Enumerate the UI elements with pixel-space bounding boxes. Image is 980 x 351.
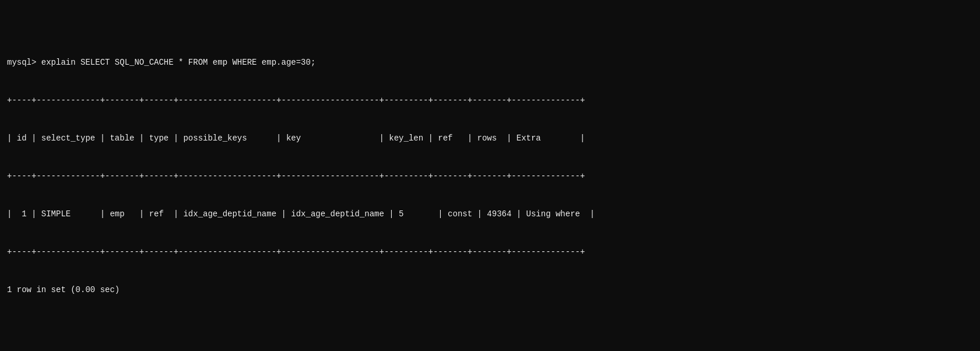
command-1: mysql> explain SELECT SQL_NO_CACHE * FRO… [7, 57, 973, 69]
separator-1-bot: +----+-------------+-------+------+-----… [7, 246, 973, 259]
terminal-output: mysql> explain SELECT SQL_NO_CACHE * FRO… [7, 6, 973, 351]
result-1: 1 row in set (0.00 sec) [7, 284, 973, 297]
separator-1-mid: +----+-------------+-------+------+-----… [7, 170, 973, 183]
data-row-1: | 1 | SIMPLE | emp | ref | idx_age_depti… [7, 208, 973, 221]
query-block-1: mysql> explain SELECT SQL_NO_CACHE * FRO… [7, 31, 973, 329]
separator-1-top: +----+-------------+-------+------+-----… [7, 94, 973, 107]
header-1: | id | select_type | table | type | poss… [7, 132, 973, 145]
